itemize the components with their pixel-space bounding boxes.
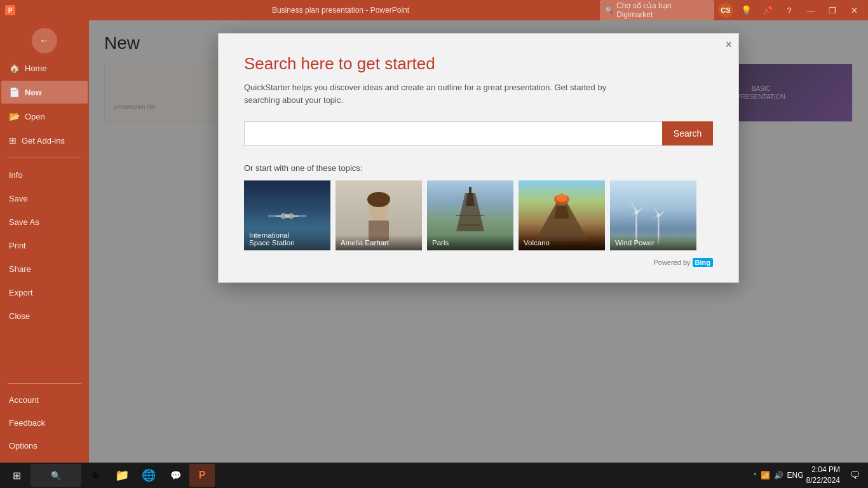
title-bar-controls: 🔍 Chợ số của bạn Digimarket CS 💡 📌 ? — ❐… (600, 0, 863, 20)
start-button[interactable]: ⊞ (4, 464, 29, 487)
sidebar-item-home[interactable]: 🏠 Home (1, 57, 88, 79)
help-icon[interactable]: ? (780, 1, 798, 19)
chrome-icon: 🌐 (142, 468, 156, 482)
ppt-icon: P (199, 470, 206, 481)
svg-point-7 (367, 192, 390, 207)
search-icon: 🔍 (51, 471, 61, 480)
svg-marker-21 (637, 206, 646, 214)
search-row: Search (244, 121, 713, 146)
lightbulb-icon[interactable]: 💡 (737, 1, 755, 19)
volume-icon[interactable]: 🔊 (774, 471, 783, 480)
chat-bubble-icon: 🗨 (850, 470, 859, 480)
sidebar-label-home: Home (25, 64, 47, 73)
sidebar-item-print[interactable]: Print (1, 234, 88, 257)
modal-title: Search here to get started (244, 54, 713, 74)
iss-svg (268, 203, 306, 228)
sidebar-item-new[interactable]: 📄 New (1, 81, 88, 104)
content-area: New presentation title BASIC PRESENTATIO… (89, 20, 868, 463)
sidebar-label-share: Share (9, 264, 31, 274)
taskbar-right: ENG 2:04 PM 8/22/2024 🗨 (787, 464, 864, 487)
topic-amelia-label: Amelia Earhart (336, 235, 422, 250)
folder-icon: 📁 (115, 468, 129, 482)
sidebar-label-addins: Get Add-ins (22, 136, 65, 146)
svg-marker-15 (554, 206, 569, 219)
zalo-icon: 💬 (170, 470, 181, 480)
sidebar-label-print: Print (9, 241, 26, 250)
sidebar: ← 🏠 Home 📄 New 📂 Open ⊞ Get Add-ins Info… (0, 20, 89, 463)
svg-rect-2 (268, 215, 276, 217)
svg-rect-5 (290, 213, 292, 219)
taskbar-zalo[interactable]: 💬 (163, 464, 188, 487)
chevron-up-icon[interactable]: ^ (754, 472, 757, 479)
sidebar-label-saveas: Save As (9, 217, 39, 227)
taskbar-sys-icons: ^ 📶 🔊 (751, 471, 786, 480)
taskbar-search[interactable]: 🔍 (31, 464, 81, 487)
title-search-box[interactable]: 🔍 Chợ số của bạn Digimarket (600, 0, 714, 20)
sidebar-item-saveas[interactable]: Save As (1, 211, 88, 233)
user-avatar[interactable]: CS (718, 3, 733, 18)
sidebar-label-account: Account (9, 395, 39, 405)
network-icon[interactable]: 📶 (761, 471, 770, 480)
modal-close-button[interactable]: × (725, 39, 732, 50)
quickstarter-search-input[interactable] (244, 121, 662, 146)
back-button[interactable]: ← (32, 28, 57, 53)
sidebar-item-options[interactable]: Options (1, 435, 88, 457)
topic-card-paris[interactable]: Paris (427, 180, 513, 250)
modal-overlay: × Search here to get started QuickStarte… (89, 20, 868, 463)
sidebar-item-export[interactable]: Export (1, 281, 88, 304)
topic-card-amelia[interactable]: Amelia Earhart (336, 180, 422, 250)
topic-card-volcano[interactable]: Volcano (519, 180, 605, 250)
title-bar: P Business plan presentation - PowerPoin… (0, 0, 868, 20)
sidebar-label-new: New (25, 88, 42, 97)
taskbar-chrome[interactable]: 🌐 (136, 464, 161, 487)
taskbar: ⊞ 🔍 ⧉ 📁 🌐 💬 P ^ 📶 🔊 ENG 2:04 PM 8/22/202… (0, 463, 868, 488)
title-search-placeholder: Chợ số của bạn Digimarket (616, 1, 709, 19)
svg-point-17 (557, 194, 567, 202)
open-icon: 📂 (9, 111, 20, 121)
sidebar-item-share[interactable]: Share (1, 258, 88, 280)
restore-button[interactable]: ❐ (824, 1, 841, 19)
topics-label: Or start with one of these topics: (244, 163, 713, 173)
taskbar-powerpoint[interactable]: P (189, 464, 215, 487)
sidebar-label-close: Close (9, 311, 30, 321)
taskview-icon: ⧉ (93, 470, 98, 480)
search-button[interactable]: Search (662, 121, 713, 146)
sidebar-label-open: Open (25, 112, 45, 121)
sidebar-item-open[interactable]: 📂 Open (1, 105, 88, 128)
sidebar-item-addins[interactable]: ⊞ Get Add-ins (1, 129, 88, 152)
lang-indicator[interactable]: ENG (787, 471, 804, 480)
sidebar-item-account[interactable]: Account (1, 389, 88, 411)
sidebar-item-close[interactable]: Close (1, 305, 88, 327)
topic-card-iss[interactable]: InternationalSpace Station (244, 180, 330, 250)
sidebar-item-feedback[interactable]: Feedback (1, 412, 88, 434)
notification-button[interactable]: 🗨 (845, 464, 864, 487)
topic-paris-label: Paris (427, 235, 513, 250)
sidebar-item-save[interactable]: Save (1, 187, 88, 210)
close-button[interactable]: ✕ (845, 1, 863, 19)
svg-marker-25 (652, 205, 659, 215)
taskbar-clock[interactable]: 2:04 PM 8/22/2024 (806, 464, 843, 486)
sidebar-label-info: Info (9, 170, 23, 180)
sidebar-divider-2 (8, 383, 81, 384)
sidebar-item-info[interactable]: Info (1, 164, 88, 186)
svg-marker-26 (658, 210, 666, 217)
window-title: Business plan presentation - PowerPoint (81, 6, 600, 15)
topic-card-wind[interactable]: Wind Power (610, 180, 696, 250)
home-icon: 🏠 (9, 63, 20, 73)
main-layout: ← 🏠 Home 📄 New 📂 Open ⊞ Get Add-ins Info… (0, 20, 868, 463)
quickstarter-modal: × Search here to get started QuickStarte… (218, 33, 739, 283)
taskbar-date: 8/22/2024 (806, 475, 840, 486)
sidebar-divider-1 (8, 158, 81, 158)
addins-icon: ⊞ (9, 135, 17, 146)
taskbar-taskview[interactable]: ⧉ (83, 464, 108, 487)
sidebar-label-options: Options (9, 441, 37, 451)
topic-volcano-label: Volcano (519, 235, 605, 250)
windows-icon: ⊞ (13, 470, 21, 482)
svg-marker-20 (629, 200, 637, 212)
taskbar-fileexplorer[interactable]: 📁 (109, 464, 135, 487)
taskbar-time: 2:04 PM (806, 464, 840, 475)
minimize-button[interactable]: — (802, 1, 820, 19)
topic-iss-label: InternationalSpace Station (244, 227, 330, 250)
pin-icon[interactable]: 📌 (759, 1, 776, 19)
sidebar-label-export: Export (9, 288, 33, 297)
